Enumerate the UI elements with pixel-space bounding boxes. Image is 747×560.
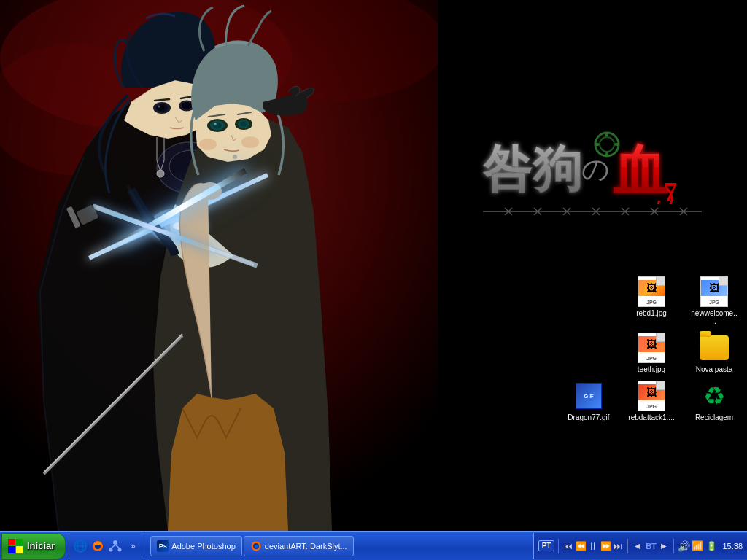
bt-section: ◀ BT ▶: [632, 540, 670, 552]
prev-track-icon[interactable]: ⏮: [562, 540, 574, 552]
desktop-icon-rebdattack[interactable]: 🖼 JPG rebdattack1....: [626, 381, 677, 422]
flag-blue: [8, 546, 15, 553]
flag-green: [16, 539, 23, 546]
ql-more-icon[interactable]: »: [125, 538, 141, 554]
flag-yellow: [16, 546, 23, 553]
ql-firefox-icon[interactable]: [90, 538, 106, 554]
tray-separator-2: [627, 539, 628, 553]
taskbar-items: Ps Adobe Photoshop deviantART: DarkSlyt.…: [147, 533, 533, 559]
nova-pasta-icon-label: Nova pasta: [694, 365, 735, 374]
svg-point-67: [118, 548, 122, 551]
desktop: 咎 狗 の 血: [0, 0, 747, 531]
wallpaper-left: [0, 0, 438, 531]
network-tray-icon[interactable]: 📶: [692, 540, 703, 552]
svg-point-14: [241, 136, 259, 148]
flag-red: [8, 539, 15, 546]
svg-text:血: 血: [613, 141, 668, 201]
anime-scene: [0, 0, 438, 531]
svg-point-8: [156, 105, 165, 111]
rebd1-icon-label: rebd1.jpg: [634, 308, 669, 318]
next-track-icon[interactable]: ⏭: [612, 540, 624, 552]
svg-text:咎: 咎: [482, 141, 533, 197]
svg-point-38: [600, 137, 614, 152]
desktop-right: 咎 狗 の 血: [438, 0, 747, 531]
svg-point-11: [182, 102, 192, 109]
start-label: Iniciar: [27, 540, 55, 551]
svg-point-72: [254, 544, 258, 548]
svg-line-69: [115, 545, 120, 548]
power-icon[interactable]: 🔋: [705, 540, 717, 552]
svg-point-22: [240, 122, 247, 127]
nova-pasta-icon-img: [700, 333, 729, 362]
start-button[interactable]: Iniciar: [1, 533, 66, 559]
taskbar: Iniciar: [0, 531, 747, 560]
desktop-icons-area: 🖼 JPG rebd1.jpg 🖼 JPG newwelcom: [563, 277, 747, 422]
rebdattack-icon-label: rebdattack1....: [626, 413, 676, 422]
bt-left-arrow-icon[interactable]: ◀: [632, 540, 643, 552]
game-logo: 咎 狗 の 血: [460, 131, 725, 222]
ql-ie-icon[interactable]: [72, 538, 88, 554]
dragon77-icon-img: GIF: [574, 381, 603, 411]
dragon77-icon-label: Dragon77.gif: [565, 413, 611, 422]
svg-point-66: [109, 548, 113, 551]
svg-point-9: [158, 106, 160, 108]
newwelcome-icon-img: 🖼 JPG: [700, 277, 729, 306]
rebdattack-icon-img: 🖼 JPG: [637, 381, 666, 411]
barbed-wire: [483, 204, 702, 219]
svg-text:の: の: [581, 154, 610, 184]
svg-point-65: [113, 540, 117, 545]
rewind-icon[interactable]: ⏪: [575, 540, 587, 552]
desktop-icon-nova-pasta[interactable]: Nova pasta: [689, 333, 740, 374]
quick-launch: »: [69, 533, 144, 559]
logo-svg: 咎 狗 の 血: [476, 131, 709, 204]
icon-row-2: 🖼 JPG teeth.jpg Nova pasta: [626, 333, 740, 374]
svg-point-19: [214, 122, 216, 124]
tray-separator-1: [558, 539, 559, 553]
tray-separator-3: [673, 539, 674, 553]
svg-rect-39: [605, 132, 608, 136]
svg-text:狗: 狗: [532, 141, 582, 197]
newwelcome-icon-label: newwelcome....: [689, 308, 740, 326]
media-controls: ⏮ ⏪ ⏸ ⏩ ⏭: [562, 540, 624, 552]
language-indicator[interactable]: PT: [538, 540, 555, 551]
bt-right-arrow-icon[interactable]: ▶: [658, 540, 670, 552]
svg-rect-41: [595, 143, 599, 146]
svg-point-12: [157, 170, 164, 177]
desktop-icon-teeth[interactable]: 🖼 JPG teeth.jpg: [626, 333, 677, 374]
reciclagem-icon-img: ♻: [700, 381, 729, 411]
svg-point-23: [233, 155, 237, 159]
svg-point-13: [199, 139, 217, 150]
windows-logo: [8, 539, 23, 553]
forward-icon[interactable]: ⏩: [600, 540, 611, 552]
svg-line-68: [111, 545, 115, 548]
bluetooth-icon[interactable]: BT: [645, 540, 657, 552]
rebd1-icon-img: 🖼 JPG: [637, 277, 666, 306]
play-pause-icon[interactable]: ⏸: [587, 540, 599, 552]
photoshop-icon: Ps: [157, 540, 169, 552]
desktop-icon-newwelcome[interactable]: 🖼 JPG newwelcome....: [689, 277, 740, 326]
desktop-icon-reciclagem[interactable]: ♻ Reciclagem: [689, 381, 740, 422]
teeth-icon-label: teeth.jpg: [635, 365, 667, 374]
desktop-icon-dragon77[interactable]: GIF Dragon77.gif: [563, 381, 614, 422]
taskbar-item-photoshop[interactable]: Ps Adobe Photoshop: [150, 536, 241, 556]
system-tray: PT ⏮ ⏪ ⏸ ⏩ ⏭ ◀ BT ▶ 🔊 📶 🔋 15:38: [533, 533, 747, 559]
deviantart-label: deviantART: DarkSlyt...: [265, 542, 347, 551]
volume-icon[interactable]: 🔊: [678, 540, 689, 552]
ql-network-icon[interactable]: [107, 538, 123, 554]
taskbar-item-deviantart[interactable]: deviantART: DarkSlyt...: [244, 536, 354, 556]
reciclagem-icon-label: Reciclagem: [693, 413, 735, 422]
icon-row-3: GIF Dragon77.gif 🖼 JPG rebdattack1....: [563, 381, 740, 422]
svg-text:7: 7: [664, 177, 677, 204]
desktop-icon-rebd1[interactable]: 🖼 JPG rebd1.jpg: [626, 277, 677, 318]
system-clock[interactable]: 15:38: [719, 542, 743, 551]
svg-rect-40: [605, 152, 608, 157]
icon-row-1: 🖼 JPG rebd1.jpg 🖼 JPG newwelcom: [626, 277, 740, 326]
teeth-icon-img: 🖼 JPG: [637, 333, 666, 362]
firefox-taskbar-icon: [250, 540, 262, 552]
photoshop-label: Adobe Photoshop: [171, 542, 235, 551]
